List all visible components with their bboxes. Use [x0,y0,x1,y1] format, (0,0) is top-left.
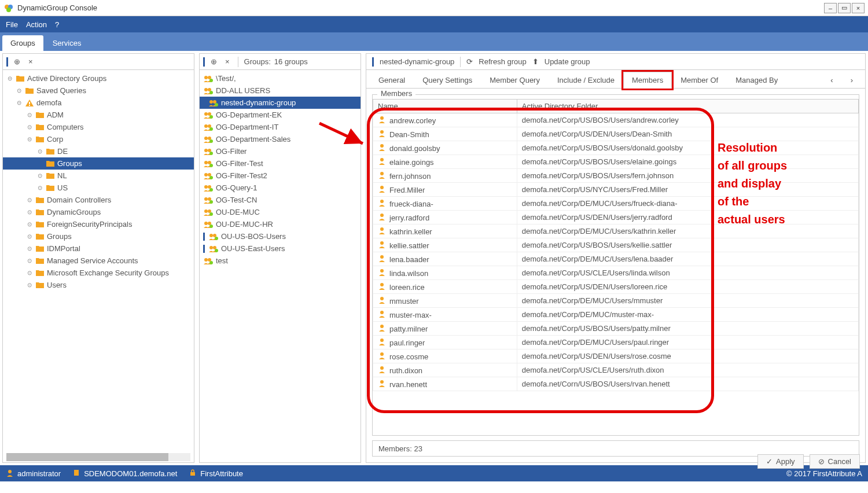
expander-icon[interactable]: ⊙ [26,270,33,276]
tab-nav-left[interactable]: ‹ [822,72,841,88]
table-row[interactable]: andrew.corleydemofa.net/Corp/US/BOS/User… [373,113,859,127]
expander-icon[interactable]: ⊙ [36,185,43,191]
group-item[interactable]: OG-Department-Sales [200,133,361,145]
groups-list[interactable]: \Test/,DD-ALL USERSnested-dynamic-groupO… [200,70,361,462]
folder-icon [35,245,45,253]
groups-close-button[interactable]: × [223,57,232,66]
tab-nav-right[interactable]: › [842,72,862,88]
expander-icon[interactable]: ⊝ [6,75,13,82]
col-name[interactable]: Name [373,100,517,113]
table-row[interactable]: rose.cosmedemofa.net/Corp/US/DEN/Users/r… [373,349,859,363]
tree-node-groups[interactable]: ⊙Groups [3,230,194,242]
expander-icon[interactable]: ⊙ [16,87,23,94]
tab-query-settings[interactable]: Query Settings [414,72,481,88]
group-item[interactable]: OG-Query-1 [200,182,361,194]
tab-include-exclude[interactable]: Include / Exclude [549,72,623,88]
group-item[interactable]: test [200,255,361,267]
tree-node-groups_sel[interactable]: Groups [3,157,194,170]
table-row[interactable]: paul.ringerdemofa.net/Corp/DE/MUC/Users/… [373,336,859,349]
menu-file[interactable]: File [6,20,18,29]
expander-icon[interactable]: ⊙ [26,221,33,227]
expander-icon[interactable]: ⊝ [26,136,33,142]
minimize-button[interactable]: – [824,3,837,13]
refresh-group-button[interactable]: Refresh group [479,57,526,66]
menu-help[interactable]: ? [55,20,59,29]
tree-node-mesg[interactable]: ⊙Microsoft Exchange Security Groups [3,267,194,279]
tree-node-saved[interactable]: ⊙Saved Queries [3,84,194,97]
tree-node-fsp[interactable]: ⊙ForeignSecurityPrincipals [3,218,194,230]
update-group-button[interactable]: Update group [545,57,590,66]
tree-node-computers[interactable]: ⊙Computers [3,121,194,133]
tab-general[interactable]: General [370,72,414,88]
tree-node-adm[interactable]: ⊙ADM [3,109,194,121]
tree-node-root[interactable]: ⊝Active Directory Groups [3,72,194,84]
table-row[interactable]: patty.milnerdemofa.net/Corp/US/BOS/Users… [373,322,859,336]
maximize-button[interactable]: ▭ [838,3,851,13]
table-row[interactable]: kellie.sattlerdemofa.net/Corp/US/BOS/Use… [373,238,859,252]
group-item[interactable]: OG-Filter-Test2 [200,170,361,182]
user-icon [378,129,386,137]
group-item[interactable]: OU-DE-MUC-HR [200,218,361,230]
group-item[interactable]: DD-ALL USERS [200,84,361,97]
expander-icon[interactable] [36,160,43,167]
tree-node-corp[interactable]: ⊝Corp [3,133,194,145]
expander-icon[interactable]: ⊙ [26,233,33,240]
col-ad-folder[interactable]: Active Directory Folder [517,100,858,113]
expander-icon[interactable]: ⊙ [26,245,33,252]
table-row[interactable]: linda.wilsondemofa.net/Corp/US/CLE/Users… [373,266,859,280]
cancel-icon: ⊘ [818,457,825,466]
tree-node-users[interactable]: ⊙Users [3,279,194,291]
group-item[interactable]: OU-US-East-Users [200,242,361,255]
tree-add-button[interactable]: ⊕ [12,57,23,66]
tree-node-nl[interactable]: ⊙NL [3,170,194,182]
tab-members[interactable]: Members [623,72,672,89]
directory-tree[interactable]: ⊝Active Directory Groups⊙Saved Queries⊝d… [3,70,194,452]
tree-node-label: Domain Controllers [47,196,111,204]
group-item[interactable]: OG-Test-CN [200,194,361,206]
table-row[interactable]: mmusterdemofa.net/Corp/DE/MUC/Users/mmus… [373,294,859,308]
menu-action[interactable]: Action [26,20,47,29]
tree-node-dc[interactable]: ⊙Domain Controllers [3,194,194,206]
group-item[interactable]: OG-Filter-Test [200,157,361,170]
group-item[interactable]: OU-DE-MUC [200,206,361,218]
tab-managed-by[interactable]: Managed By [727,72,786,88]
expander-icon[interactable]: ⊙ [26,209,33,215]
expander-icon[interactable]: ⊙ [26,282,33,288]
expander-icon[interactable]: ⊙ [26,197,33,203]
tab-member-query[interactable]: Member Query [481,72,549,88]
table-row[interactable]: lena.baaderdemofa.net/Corp/DE/MUC/Users/… [373,252,859,266]
expander-icon[interactable]: ⊙ [36,148,43,154]
tree-node-idm[interactable]: ⊙IDMPortal [3,242,194,255]
svg-point-6 [208,76,211,79]
group-item[interactable]: \Test/, [200,72,361,84]
table-row[interactable]: ruth.dixondemofa.net/Corp/US/CLE/Users/r… [373,363,859,377]
tree-node-de[interactable]: ⊙DE [3,145,194,157]
tree-close-button[interactable]: × [26,57,35,66]
expander-icon[interactable]: ⊙ [26,257,33,264]
apply-button[interactable]: ✓Apply [757,454,804,469]
close-window-button[interactable]: × [852,3,865,13]
expander-icon[interactable]: ⊙ [26,112,33,118]
tree-node-us[interactable]: ⊙US [3,182,194,194]
tab-services[interactable]: Services [45,35,90,51]
table-row[interactable]: muster-max-demofa.net/Corp/DE/MUC/muster… [373,308,859,322]
group-icon [203,171,214,181]
expander-icon[interactable]: ⊙ [26,124,33,130]
table-row[interactable]: loreen.ricedemofa.net/Corp/US/DEN/Users/… [373,280,859,294]
group-item[interactable]: OU-US-BOS-Users [200,230,361,242]
tree-node-msa[interactable]: ⊙Managed Service Accounts [3,255,194,267]
group-item[interactable]: OG-Department-EK [200,109,361,121]
expander-icon[interactable]: ⊝ [16,100,23,106]
tab-member-of[interactable]: Member Of [672,72,727,88]
groups-add-button[interactable]: ⊕ [208,57,219,66]
group-item[interactable]: OG-Department-IT [200,121,361,133]
tree-node-dg[interactable]: ⊙DynamicGroups [3,206,194,218]
tree-node-demofa[interactable]: ⊝demofa [3,97,194,109]
expander-icon[interactable]: ⊙ [36,172,43,179]
group-item[interactable]: OG-Filter [200,145,361,157]
cancel-button[interactable]: ⊘Cancel [810,454,860,469]
tab-groups[interactable]: Groups [2,35,43,51]
table-row[interactable]: rvan.henettdemofa.net/Corn/US/BOS/Users/… [373,377,859,391]
group-item[interactable]: nested-dynamic-group [200,97,361,109]
tree-hscroll[interactable] [6,453,190,461]
